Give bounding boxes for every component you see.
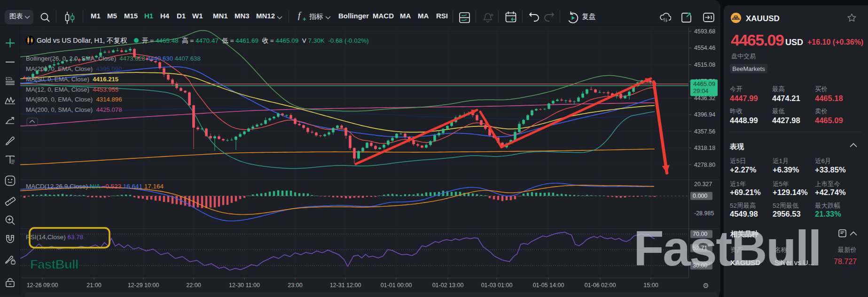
svg-text:4357.56: 4357.56 bbox=[694, 128, 715, 135]
svg-text:4515.08: 4515.08 bbox=[694, 62, 715, 68]
svg-text:12-29 10:00: 12-29 10:00 bbox=[128, 282, 159, 289]
svg-text:23:00: 23:00 bbox=[288, 282, 302, 289]
svg-text:4278.80: 4278.80 bbox=[694, 162, 715, 168]
svg-text:4396.94: 4396.94 bbox=[694, 111, 715, 118]
svg-text:01-06 02:00: 01-06 02:00 bbox=[585, 282, 616, 289]
svg-text:4554.46: 4554.46 bbox=[694, 45, 715, 51]
svg-text:MA(50, 0, EMA, Close) 4416.21: MA(50, 0, EMA, Close) 4416.215 bbox=[26, 76, 118, 83]
svg-text:Bollinger(26, 0, 2.0, SMA, Clo: Bollinger(26, 0, 2.0, SMA, Close) 4473.6… bbox=[26, 55, 201, 62]
svg-text:12-30 11:00: 12-30 11:00 bbox=[229, 282, 260, 289]
svg-text:MA(800, 0, EMA, Close) 4314.8: MA(800, 0, EMA, Close) 4314.896 bbox=[26, 96, 122, 103]
svg-text:52.71: 52.71 bbox=[693, 245, 707, 251]
svg-text:30.00: 30.00 bbox=[693, 262, 707, 269]
svg-text:⚙: ⚙ bbox=[703, 281, 709, 289]
svg-text:Gold vs US Dollar, H1, 不复权: Gold vs US Dollar, H1, 不复权 bbox=[37, 37, 127, 44]
svg-text:4593.68: 4593.68 bbox=[694, 28, 715, 35]
svg-text:开 = 4465.48 高 = 4470.47 低 =: 开 = 4465.48 高 = 4470.47 低 = 4461.69 收 = … bbox=[142, 37, 369, 44]
svg-text:01-02 13:00: 01-02 13:00 bbox=[432, 282, 464, 289]
svg-text:MACD(12,26,9,Close) N/A −0.523: MACD(12,26,9,Close) N/A −0.523 16.641 17… bbox=[26, 183, 164, 190]
svg-text:70.00: 70.00 bbox=[693, 231, 707, 237]
svg-text:4318.18: 4318.18 bbox=[694, 145, 715, 151]
svg-text:21:00: 21:00 bbox=[86, 282, 101, 289]
svg-text:MA(12, 0, EMA, Close) 4453.95: MA(12, 0, EMA, Close) 4453.955 bbox=[26, 86, 118, 93]
svg-text:FastBull: FastBull bbox=[30, 257, 78, 272]
svg-text:4465.09: 4465.09 bbox=[693, 80, 715, 87]
svg-text:MA(200, 0, SMA, Close) 4425.0: MA(200, 0, SMA, Close) 4425.078 bbox=[26, 106, 122, 113]
svg-text:01-05 14:00: 01-05 14:00 bbox=[533, 282, 564, 289]
svg-text:12-26 09:00: 12-26 09:00 bbox=[27, 282, 58, 289]
svg-text:20.327: 20.327 bbox=[694, 181, 712, 188]
svg-text:0.000: 0.000 bbox=[693, 193, 707, 199]
svg-text:29:04: 29:04 bbox=[693, 87, 709, 94]
svg-text:22:00: 22:00 bbox=[186, 282, 201, 289]
svg-text:15:00: 15:00 bbox=[643, 282, 658, 289]
svg-text:RSI(14,Close) 63.78: RSI(14,Close) 63.78 bbox=[26, 234, 83, 241]
svg-text:-28.985: -28.985 bbox=[694, 210, 714, 217]
svg-text:01-03 01:00: 01-03 01:00 bbox=[481, 282, 513, 289]
svg-text:MA(200, 0, EMA, Close) 4395.0: MA(200, 0, EMA, Close) 4395.090 bbox=[26, 65, 122, 72]
svg-text:12-31 12:00: 12-31 12:00 bbox=[330, 282, 361, 289]
svg-text:01-01 00:00: 01-01 00:00 bbox=[381, 282, 412, 289]
